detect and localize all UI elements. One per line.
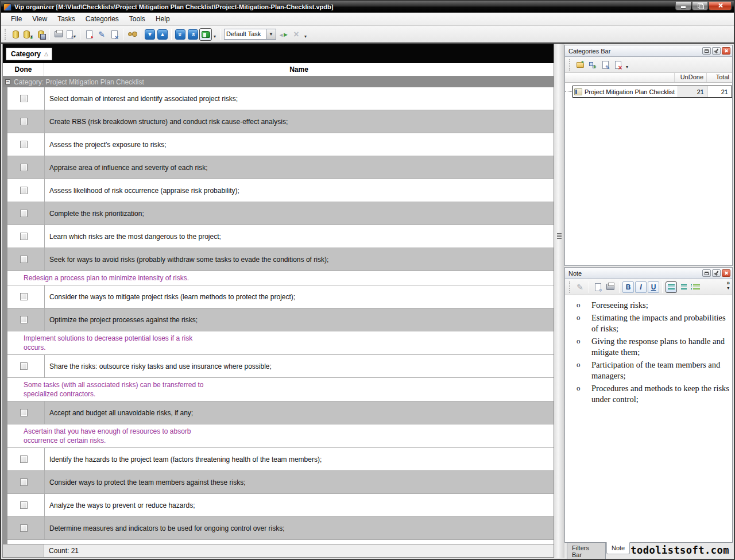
panel-restore-button[interactable] <box>702 47 711 55</box>
column-header-done[interactable]: Done <box>3 63 44 76</box>
done-checkbox[interactable] <box>20 478 28 486</box>
done-checkbox[interactable] <box>20 187 28 194</box>
edit-category-button[interactable] <box>599 59 612 71</box>
done-checkbox[interactable] <box>20 95 28 102</box>
done-checkbox[interactable] <box>20 210 28 217</box>
task-row[interactable]: Appraise area of influence and severity … <box>3 156 554 179</box>
note-print-button[interactable] <box>604 281 617 293</box>
apply-task-type-button[interactable]: ► <box>277 28 290 41</box>
close-button[interactable] <box>709 2 732 10</box>
note-content[interactable]: Foreseeing risks;Estimating the impacts … <box>565 295 732 542</box>
toolbar-grip[interactable] <box>569 59 571 71</box>
new-database-button[interactable] <box>9 28 22 41</box>
chevron-down-icon[interactable]: ▾ <box>214 34 216 39</box>
vertical-splitter[interactable] <box>554 44 564 558</box>
task-row[interactable]: Assess the project's exposure to risks; <box>3 133 554 156</box>
move-to-bottom-button[interactable]: » <box>174 28 187 41</box>
task-row[interactable]: Consider the ways to mitigate project ri… <box>3 285 554 308</box>
restore-button[interactable] <box>692 2 708 10</box>
task-row[interactable]: Analyze the ways to prevent or reduce ha… <box>3 494 554 517</box>
task-row[interactable]: Identify the hazards to the project team… <box>3 448 554 471</box>
task-row[interactable]: Learn which risks are the most dangerous… <box>3 225 554 248</box>
align-right-button[interactable] <box>678 281 690 293</box>
task-row[interactable]: Accept and budget all unavoidable risks,… <box>3 401 554 424</box>
done-checkbox[interactable] <box>20 524 28 532</box>
tab-filters-bar[interactable]: Filters Bar <box>567 543 606 560</box>
task-row[interactable]: Create RBS (risk breakdown structure) an… <box>3 110 554 133</box>
save-database-button[interactable] <box>34 28 47 41</box>
panel-restore-button[interactable] <box>702 269 711 277</box>
menu-item-categories[interactable]: Categories <box>80 13 124 25</box>
delete-task-button[interactable] <box>108 28 121 41</box>
done-checkbox[interactable] <box>20 293 28 300</box>
menu-item-tasks[interactable]: Tasks <box>52 13 80 25</box>
bold-button[interactable]: B <box>622 281 634 293</box>
notes-button[interactable] <box>199 28 212 41</box>
done-checkbox[interactable] <box>20 256 28 263</box>
minimize-button[interactable] <box>675 2 691 10</box>
panel-close-button[interactable] <box>722 47 730 55</box>
insert-note-button[interactable]: ✎ <box>574 281 586 293</box>
task-row[interactable]: Consider ways to protect the team member… <box>3 471 554 494</box>
combo-dropdown-button[interactable]: ▼ <box>266 29 276 40</box>
open-database-button[interactable]: ▾ <box>22 28 34 41</box>
toolbar-overflow-icon[interactable]: ▾ <box>304 34 307 39</box>
menu-item-view[interactable]: View <box>27 13 52 25</box>
find-button[interactable] <box>126 28 138 41</box>
move-up-button[interactable]: ▲ <box>156 28 169 41</box>
done-checkbox[interactable] <box>20 362 28 370</box>
print-preview-button[interactable]: ▾ <box>65 28 78 41</box>
note-print-preview-button[interactable] <box>591 281 604 293</box>
panel-close-button[interactable] <box>722 269 730 277</box>
menu-item-file[interactable]: File <box>6 13 27 25</box>
task-note-row[interactable]: Put controls where necessary to track in… <box>3 540 554 544</box>
task-note-row[interactable]: Redesign a process plan to minimize inte… <box>3 271 554 285</box>
collapse-icon[interactable]: − <box>5 79 10 84</box>
tab-note[interactable]: Note <box>606 542 630 554</box>
toolbar-overflow-icon[interactable]: » <box>726 280 730 285</box>
align-left-button[interactable] <box>666 281 677 293</box>
delete-category-button[interactable] <box>612 59 624 71</box>
menu-item-help[interactable]: Help <box>150 13 175 25</box>
new-category-button[interactable] <box>574 59 586 71</box>
print-button[interactable] <box>52 28 65 41</box>
column-header-name[interactable]: Name <box>44 63 554 76</box>
task-note-row[interactable]: Ascertain that you have enough of resour… <box>3 424 554 448</box>
task-row[interactable]: Share the risks: outsource risky tasks a… <box>3 355 554 378</box>
done-checkbox[interactable] <box>20 455 28 463</box>
done-checkbox[interactable] <box>20 233 28 240</box>
new-subcategory-button[interactable] <box>586 59 599 71</box>
task-row[interactable]: Complete the risk prioritization; <box>3 202 554 225</box>
done-checkbox[interactable] <box>20 409 28 416</box>
panel-pin-button[interactable] <box>712 47 721 55</box>
done-checkbox[interactable] <box>20 501 28 509</box>
column-header-undone[interactable]: UnDone <box>675 73 707 82</box>
done-checkbox[interactable] <box>20 164 28 171</box>
done-checkbox[interactable] <box>20 141 28 148</box>
toolbar-grip[interactable] <box>569 281 571 293</box>
italic-button[interactable]: I <box>635 281 647 293</box>
task-row[interactable]: Determine measures and indicators to be … <box>3 517 554 540</box>
bullet-list-button[interactable] <box>691 281 702 293</box>
edit-task-button[interactable]: ✎ <box>95 28 108 41</box>
task-row[interactable]: Assess likelihood of risk occurrence (ap… <box>3 179 554 202</box>
menu-item-tools[interactable]: Tools <box>124 13 150 25</box>
done-checkbox[interactable] <box>20 316 28 323</box>
toolbar-grip[interactable] <box>5 29 7 40</box>
panel-pin-button[interactable] <box>712 269 721 277</box>
chevron-down-icon[interactable]: ▾ <box>626 64 628 69</box>
chevron-down-icon[interactable]: ▾ <box>727 285 729 291</box>
task-note-row[interactable]: Implement solutions to decrease potentia… <box>3 331 554 355</box>
move-down-button[interactable]: ▼ <box>144 28 156 41</box>
move-to-top-button[interactable]: » <box>187 28 199 41</box>
task-row[interactable]: Optimize the project processes against t… <box>3 308 554 331</box>
task-note-row[interactable]: Some tasks (with all associated risks) c… <box>3 378 554 401</box>
task-type-combo[interactable]: Default Task ▼ <box>224 29 276 40</box>
done-checkbox[interactable] <box>20 118 28 125</box>
new-task-button[interactable] <box>83 28 95 41</box>
task-row[interactable]: Select domain of interest and identify a… <box>3 87 554 110</box>
task-row[interactable]: Seek for ways to avoid risks (probably w… <box>3 248 554 271</box>
column-header-total[interactable]: Total <box>707 73 732 82</box>
category-group-row[interactable]: − Category: Project Mitigation Plan Chec… <box>3 76 554 87</box>
category-row[interactable]: Project Mitigation Plan Checklist2121 <box>573 86 732 97</box>
